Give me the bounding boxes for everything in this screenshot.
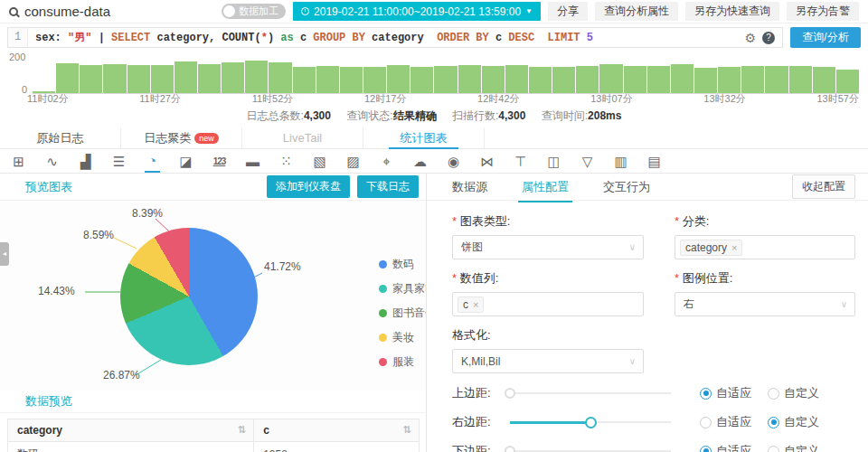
tab-statistics-chart[interactable]: 统计图表 [363,127,485,148]
collapse-left-panel-handle[interactable]: ◂ [0,242,9,266]
histogram-bar[interactable] [529,67,552,93]
data-transform-toggle[interactable]: 数据加工 [222,4,286,19]
legend-item[interactable]: 数码 [379,257,427,272]
histogram-bar[interactable] [789,66,812,93]
funnel-icon[interactable]: ▽ [580,151,595,172]
heat-map-icon[interactable]: ▨ [345,151,361,172]
slider-handle[interactable] [505,446,515,452]
histogram-bar[interactable] [836,70,859,93]
bar-chart-icon[interactable]: ☰ [111,151,127,172]
single-value-icon[interactable]: 123 [212,151,227,172]
area-chart-icon[interactable]: ◪ [178,151,193,172]
search-analyze-button[interactable]: 查询/分析 [790,27,861,48]
radio-custom[interactable]: 自定义 [768,443,819,452]
histogram-bar[interactable] [434,66,457,93]
column-header-c[interactable]: c⇅ [254,419,420,442]
histogram-bar[interactable] [245,61,268,93]
histogram-bar[interactable] [293,67,316,93]
histogram-bar[interactable] [813,67,835,93]
dense-bars-icon[interactable]: ▤ [646,151,662,172]
time-range-picker[interactable]: 2019-02-21 11:00:00~2019-02-21 13:59:00 … [293,2,541,21]
histogram-bar[interactable] [741,66,764,93]
histogram-bar[interactable] [482,66,505,93]
query-input[interactable]: sex: "男" | SELECT category, COUNT(*) as … [28,30,737,45]
histogram-bar[interactable] [269,62,291,93]
histogram-bar[interactable] [599,64,622,93]
histogram-bar[interactable] [127,65,150,93]
histogram-bar[interactable] [576,66,599,93]
collapse-config-button[interactable]: 收起配置 [792,174,855,199]
value-column-field[interactable]: c × [452,292,644,316]
amap-icon[interactable]: ☁ [412,151,428,172]
tab-livetail[interactable]: LiveTail [242,127,363,148]
radio-auto[interactable]: 自适应 [700,414,751,430]
query-editor[interactable]: 1 sex: "男" | SELECT category, COUNT(*) a… [7,27,783,48]
histogram-bar[interactable] [505,65,528,93]
legend-item[interactable]: 家具家电 [379,281,427,297]
histogram-bar[interactable] [175,61,197,93]
remove-tag-icon[interactable]: × [473,299,478,310]
pie-chart[interactable] [120,228,258,365]
tab-log-cluster[interactable]: 日志聚类 new [121,127,242,148]
histogram-bar[interactable] [387,65,410,93]
category-field[interactable]: category × [675,235,855,259]
slider-handle[interactable] [585,417,597,428]
scatter-chart-icon[interactable]: ⁙ [278,151,294,172]
legend-item[interactable]: 服装 [379,354,427,370]
save-alert-button[interactable]: 另存为告警 [787,2,859,21]
tab-interaction[interactable]: 交互行为 [603,179,650,195]
histogram-bar[interactable] [647,66,670,93]
legend-item[interactable]: 图书音像 [379,306,427,321]
tab-raw-logs[interactable]: 原始日志 [0,127,121,148]
histogram-bar[interactable] [624,66,646,93]
radio-custom[interactable]: 自定义 [768,414,819,430]
china-map-icon[interactable]: ▧ [312,151,327,172]
histogram-bar[interactable] [222,62,244,93]
sankey-icon[interactable]: ⋈ [479,151,495,172]
histogram-bar[interactable] [56,63,79,93]
column-chart-icon[interactable]: ▟ [78,151,93,172]
histogram-bar[interactable] [151,65,174,93]
save-quick-query-button[interactable]: 另存为快速查询 [685,2,779,21]
help-icon[interactable]: ? [762,32,775,44]
legend-item[interactable]: 美妆 [379,330,427,345]
sort-icon[interactable]: ⇅ [403,424,411,436]
radio-custom[interactable]: 自定义 [768,385,819,401]
histogram-bar[interactable] [552,67,575,93]
gear-icon[interactable]: ⚙ [744,31,756,45]
margin-bottom-slider[interactable] [510,445,671,452]
histogram-bar[interactable] [694,68,717,93]
format-select[interactable]: K,Mil,Bil ∨ [452,349,644,373]
share-button[interactable]: 分享 [548,2,588,21]
query-attr-button[interactable]: 查询分析属性 [595,2,678,21]
tornado-chart-icon[interactable]: ⊤ [513,151,528,172]
histogram-bar[interactable] [316,66,339,93]
histogram-bar[interactable] [410,67,433,93]
line-chart-icon[interactable]: ∿ [44,151,60,172]
margin-top-slider[interactable] [510,387,671,400]
table-icon[interactable]: ⊞ [11,151,26,172]
word-cloud-icon[interactable]: ◉ [446,151,461,172]
histogram-bar[interactable] [671,64,693,93]
histogram-bar[interactable] [198,64,221,93]
add-to-dashboard-button[interactable]: 添加到仪表盘 [267,175,350,198]
chart-type-select[interactable]: 饼图 ∨ [452,235,644,259]
margin-right-slider[interactable] [510,416,671,428]
histogram-chart-icon[interactable]: ▥ [613,151,628,172]
radio-auto[interactable]: 自适应 [700,443,751,452]
slider-handle[interactable] [505,388,515,399]
histogram-bar[interactable] [765,66,788,93]
histogram-bar[interactable] [103,64,126,93]
pie-chart-icon[interactable]: ◔ [145,150,160,173]
histogram-bar[interactable] [718,67,741,93]
progress-bar-icon[interactable]: ▬ [245,151,260,172]
legend-position-select[interactable]: 右 ∨ [675,292,855,316]
histogram-bar[interactable] [340,67,363,93]
sort-icon[interactable]: ⇅ [238,424,246,436]
remove-tag-icon[interactable]: × [731,242,737,253]
histogram-bar[interactable] [363,67,386,93]
histogram-bar[interactable] [80,65,102,93]
download-log-button[interactable]: 下载日志 [357,175,419,198]
histogram-bar[interactable] [458,65,481,93]
column-header-category[interactable]: category⇅ [8,419,254,442]
